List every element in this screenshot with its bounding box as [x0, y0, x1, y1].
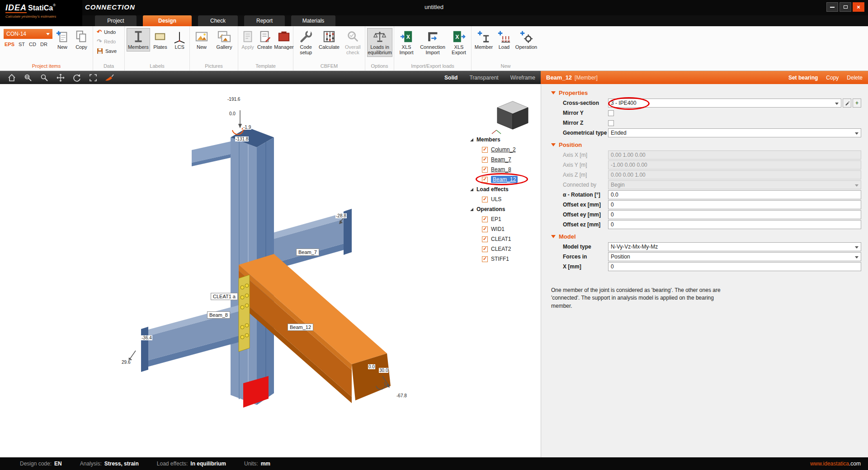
tree-item-stiff1[interactable]: STIFF1 [470, 254, 541, 264]
cleat1-label[interactable]: CLEAT1 a [211, 293, 238, 300]
template-manager-button[interactable]: Manager [274, 28, 294, 52]
zoom-window-button[interactable] [22, 72, 34, 84]
tree-item-column-2[interactable]: Column_2 [470, 145, 541, 155]
code-eps-toggle[interactable]: EPS [5, 42, 14, 47]
beam-12-label[interactable]: Beam_12 [288, 324, 313, 331]
tab-report[interactable]: Report [244, 15, 285, 26]
uls-checkbox[interactable] [482, 197, 488, 202]
connection-import-button[interactable]: Connection Import [418, 28, 448, 57]
stiff1-label[interactable]: STIFF1 [491, 256, 509, 262]
code-cd-toggle[interactable]: CD [29, 42, 36, 47]
tab-check[interactable]: Check [198, 15, 238, 26]
beam-12-link[interactable]: Beam_12 [491, 176, 518, 183]
cross-section-dropdown[interactable]: 3 - IPE400 [608, 99, 841, 108]
rotation-input[interactable]: 0.0 [608, 190, 861, 199]
zoom-button[interactable] [38, 72, 51, 84]
cleat2-checkbox[interactable] [482, 246, 488, 252]
offset-ex-input[interactable]: 0 [608, 200, 861, 209]
beam-8-label[interactable]: Beam_8 [207, 311, 230, 319]
cleat1-label[interactable]: CLEAT1 [491, 236, 511, 242]
loads-in-equilibrium-button[interactable]: Loads in equilibrium [367, 28, 392, 57]
model-type-dropdown[interactable]: N-Vy-Vz-Mx-My-Mz [608, 242, 861, 251]
solid-view-button[interactable]: Solid [444, 75, 458, 81]
widener-plate[interactable] [192, 141, 232, 166]
calculate-button[interactable]: Calculate [317, 28, 340, 52]
column-2-link[interactable]: Column_2 [491, 146, 516, 153]
mirror-y-checkbox[interactable] [608, 110, 614, 116]
new-project-item-button[interactable]: New [53, 28, 71, 52]
tree-item-cleat1[interactable]: CLEAT1 [470, 234, 541, 244]
wireframe-view-button[interactable]: Wireframe [510, 75, 535, 81]
stiff1-checkbox[interactable] [482, 256, 488, 262]
tree-header-operations[interactable]: Operations [470, 204, 541, 214]
beam-7-label[interactable]: Beam_7 [296, 249, 319, 256]
home-view-button[interactable] [5, 72, 18, 84]
save-button[interactable]: Save [95, 47, 117, 55]
beam-7-checkbox[interactable] [482, 157, 488, 163]
edit-cross-section-button[interactable] [843, 99, 851, 108]
code-st-toggle[interactable]: ST [19, 42, 25, 47]
column-2-checkbox[interactable] [482, 147, 488, 153]
pan-button[interactable] [54, 72, 67, 84]
xls-import-button[interactable]: X XLS Import [396, 28, 417, 57]
mirror-z-checkbox[interactable] [608, 120, 614, 126]
tab-project[interactable]: Project [95, 15, 137, 26]
section-position[interactable]: Position [541, 140, 868, 150]
geometrical-type-dropdown[interactable]: Ended [608, 128, 861, 137]
create-template-button[interactable]: Create [256, 28, 273, 52]
beam-12-checkbox[interactable] [482, 177, 488, 183]
project-item-combo[interactable]: CON-14 [4, 29, 52, 39]
new-picture-button[interactable]: New [192, 28, 212, 52]
tree-item-ep1[interactable]: EP1 [470, 214, 541, 224]
tree-item-uls[interactable]: ULS [470, 194, 541, 204]
ep1-label[interactable]: EP1 [491, 216, 501, 222]
undo-button[interactable]: ↶Undo [95, 28, 116, 36]
section-model[interactable]: Model [541, 231, 868, 241]
wid1-checkbox[interactable] [482, 226, 488, 232]
rotate-view-button[interactable] [71, 72, 83, 84]
wid1-label[interactable]: WID1 [491, 226, 505, 232]
maximize-button[interactable] [840, 2, 851, 12]
ep1-checkbox[interactable] [482, 216, 488, 222]
navigation-cube[interactable] [492, 101, 528, 134]
members-labels-button[interactable]: Members [127, 28, 150, 52]
tree-item-beam-7[interactable]: Beam_7 [470, 155, 541, 164]
tree-item-wid1[interactable]: WID1 [470, 224, 541, 234]
offset-ey-input[interactable]: 0 [608, 210, 861, 219]
tab-materials[interactable]: Materials [291, 15, 335, 26]
new-member-button[interactable]: Member [473, 28, 494, 52]
redo-button[interactable]: ↷Redo [95, 38, 116, 45]
tree-item-cleat2[interactable]: CLEAT2 [470, 244, 541, 254]
lcs-labels-button[interactable]: LCS [170, 28, 189, 52]
xls-export-button[interactable]: X XLS Export [448, 28, 469, 57]
tree-item-beam-12-selected[interactable]: Beam_12 [470, 174, 541, 184]
add-cross-section-button[interactable]: + [853, 99, 861, 108]
cleat2-label[interactable]: CLEAT2 [491, 246, 511, 252]
minimize-button[interactable] [826, 2, 838, 12]
tree-header-load-effects[interactable]: Load effects [470, 184, 541, 194]
overall-check-button[interactable]: Overall check [342, 28, 364, 57]
beam-8-checkbox[interactable] [482, 167, 488, 173]
tab-design[interactable]: Design [143, 15, 192, 26]
website-link[interactable]: www.ideastatica.com [810, 461, 861, 467]
plates-labels-button[interactable]: Plates [151, 28, 170, 52]
copy-project-item-button[interactable]: Copy [72, 28, 90, 52]
uls-label[interactable]: ULS [491, 196, 501, 202]
new-operation-button[interactable]: Operation [514, 28, 538, 52]
gallery-button[interactable]: Gallery [212, 28, 236, 52]
transparent-view-button[interactable]: Transparent [469, 75, 498, 81]
zoom-fit-button[interactable] [87, 72, 99, 84]
tree-item-beam-8[interactable]: Beam_8 [470, 164, 541, 174]
code-setup-button[interactable]: Code setup [295, 28, 316, 57]
new-load-button[interactable]: Load [495, 28, 513, 52]
beam-8-link[interactable]: Beam_8 [491, 166, 511, 173]
cleat-plate-and-bolts[interactable] [239, 275, 250, 352]
forces-in-dropdown[interactable]: Position [608, 252, 861, 261]
3d-scene[interactable] [0, 84, 541, 457]
x-position-input[interactable]: 0 [608, 262, 861, 271]
beam-7-link[interactable]: Beam_7 [491, 156, 511, 163]
3d-viewport[interactable]: Beam_7 CLEAT1 a Beam_8 Beam_12 -191.6 0.… [0, 84, 541, 457]
cleat1-checkbox[interactable] [482, 236, 488, 242]
tree-header-members[interactable]: Members [470, 135, 541, 145]
apply-template-button[interactable]: Apply [240, 28, 255, 52]
